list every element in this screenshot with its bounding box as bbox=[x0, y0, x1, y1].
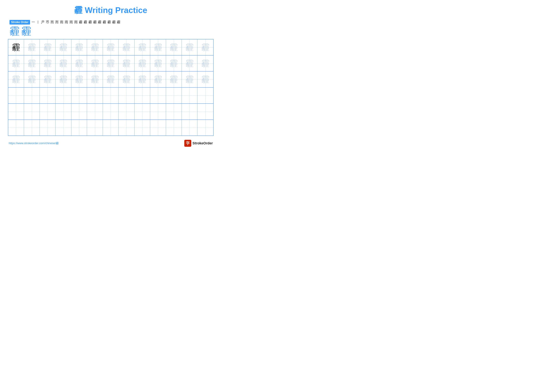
stroke-char: 霾 bbox=[107, 20, 111, 24]
grid-cell[interactable]: 霾 bbox=[182, 56, 197, 71]
grid-cell[interactable] bbox=[87, 120, 103, 136]
grid-cell[interactable] bbox=[119, 104, 134, 120]
practice-char: 霾 bbox=[185, 43, 194, 51]
grid-cell[interactable]: 霾 bbox=[40, 56, 56, 71]
grid-cell[interactable]: 霾 bbox=[150, 71, 166, 87]
grid-cell[interactable] bbox=[24, 104, 40, 120]
grid-cell[interactable]: 霾 bbox=[87, 71, 103, 87]
grid-cell[interactable]: 霾 bbox=[119, 39, 134, 55]
grid-cell[interactable] bbox=[182, 104, 197, 120]
grid-cell[interactable]: 霾 bbox=[182, 39, 197, 55]
grid-cell[interactable]: 霾 bbox=[103, 71, 119, 87]
grid-cell[interactable]: 霾 bbox=[166, 39, 182, 55]
grid-cell[interactable]: 霾 bbox=[119, 56, 134, 71]
grid-cell[interactable] bbox=[134, 120, 150, 136]
grid-cell[interactable] bbox=[197, 88, 213, 103]
grid-cell[interactable]: 霾 bbox=[56, 71, 71, 87]
grid-cell[interactable]: 霾 bbox=[182, 71, 197, 87]
stroke-order-badge: Stroke Order bbox=[9, 20, 30, 24]
grid-cell[interactable]: 霾 bbox=[119, 71, 134, 87]
practice-char: 霾 bbox=[59, 43, 67, 51]
practice-char: 霾 bbox=[106, 43, 115, 51]
grid-cell[interactable]: 霾 bbox=[197, 56, 213, 71]
grid-cell[interactable] bbox=[182, 88, 197, 103]
title-text: Writing Practice bbox=[85, 6, 147, 15]
grid-cell[interactable]: 霾 bbox=[197, 39, 213, 55]
grid-cell[interactable]: 霾 bbox=[24, 39, 40, 55]
stroke-char: 雨 bbox=[69, 20, 73, 24]
grid-cell[interactable]: 霾 bbox=[56, 56, 71, 71]
grid-cell[interactable]: 霾 bbox=[71, 71, 87, 87]
grid-cell[interactable]: 霾 bbox=[150, 56, 166, 71]
grid-row-2: 霾 霾 霾 霾 霾 霾 霾 霾 霾 霾 霾 霾 霾 bbox=[8, 56, 213, 72]
grid-cell[interactable] bbox=[71, 120, 87, 136]
practice-char: 霾 bbox=[75, 43, 83, 51]
grid-cell[interactable]: 霾 bbox=[134, 71, 150, 87]
grid-cell[interactable] bbox=[87, 104, 103, 120]
grid-cell[interactable] bbox=[40, 120, 56, 136]
grid-cell[interactable]: 霾 bbox=[150, 39, 166, 55]
stroke-chars: 一𠃋戸币而而雨雨雨雨霾霾霾霾霾霾霾霾霾 bbox=[31, 20, 121, 24]
grid-cell[interactable] bbox=[150, 120, 166, 136]
grid-cell[interactable]: 霾 bbox=[134, 56, 150, 71]
grid-cell[interactable] bbox=[150, 104, 166, 120]
grid-cell[interactable] bbox=[197, 104, 213, 120]
grid-cell[interactable] bbox=[103, 120, 119, 136]
grid-cell[interactable]: 霾 bbox=[166, 71, 182, 87]
grid-cell[interactable] bbox=[8, 104, 24, 120]
grid-cell[interactable] bbox=[134, 104, 150, 120]
grid-cell[interactable]: 霾 bbox=[71, 56, 87, 71]
grid-cell[interactable] bbox=[166, 104, 182, 120]
grid-cell[interactable] bbox=[87, 88, 103, 103]
grid-cell[interactable]: 霾 bbox=[8, 71, 24, 87]
practice-char: 霾 bbox=[91, 43, 99, 51]
grid-cell[interactable]: 霾 bbox=[134, 39, 150, 55]
grid-cell[interactable] bbox=[8, 88, 24, 103]
practice-char: 霾 bbox=[28, 43, 36, 51]
grid-cell[interactable]: 霾 bbox=[71, 39, 87, 55]
practice-char: 霾 bbox=[201, 75, 210, 84]
grid-cell[interactable] bbox=[119, 120, 134, 136]
footer-url[interactable]: https://www.strokeorder.com/chinese/霾 bbox=[9, 141, 59, 145]
grid-cell[interactable] bbox=[134, 88, 150, 103]
grid-cell[interactable] bbox=[24, 120, 40, 136]
stroke-char: 一 bbox=[31, 20, 36, 24]
grid-cell[interactable]: 霾 bbox=[40, 71, 56, 87]
grid-cell[interactable] bbox=[182, 120, 197, 136]
grid-cell[interactable]: 霾 bbox=[24, 71, 40, 87]
grid-cell[interactable] bbox=[103, 88, 119, 103]
practice-char: 霾 bbox=[91, 75, 99, 84]
practice-char: 霾 bbox=[154, 43, 162, 51]
grid-cell[interactable] bbox=[40, 104, 56, 120]
grid-cell[interactable] bbox=[166, 120, 182, 136]
grid-cell[interactable] bbox=[56, 104, 71, 120]
grid-cell[interactable]: 霾 bbox=[197, 71, 213, 87]
grid-cell[interactable] bbox=[40, 88, 56, 103]
grid-cell[interactable]: 霾 bbox=[8, 39, 24, 55]
grid-row-4 bbox=[8, 88, 213, 104]
footer-logo-text: StrokeOrder bbox=[193, 141, 213, 145]
grid-cell[interactable]: 霾 bbox=[166, 56, 182, 71]
grid-cell[interactable] bbox=[166, 88, 182, 103]
grid-cell[interactable] bbox=[71, 104, 87, 120]
stroke-char: 𠃋 bbox=[36, 20, 40, 24]
grid-cell[interactable]: 霾 bbox=[87, 39, 103, 55]
grid-cell[interactable] bbox=[150, 88, 166, 103]
grid-cell[interactable]: 霾 bbox=[8, 56, 24, 71]
grid-cell[interactable]: 霾 bbox=[103, 39, 119, 55]
grid-cell[interactable] bbox=[56, 88, 71, 103]
grid-cell[interactable] bbox=[71, 88, 87, 103]
stroke-char: 霾 bbox=[88, 20, 92, 24]
grid-cell[interactable]: 霾 bbox=[40, 39, 56, 55]
grid-cell[interactable] bbox=[24, 88, 40, 103]
grid-cell[interactable]: 霾 bbox=[103, 56, 119, 71]
grid-cell[interactable] bbox=[119, 88, 134, 103]
grid-cell[interactable]: 霾 bbox=[24, 56, 40, 71]
grid-cell[interactable] bbox=[103, 104, 119, 120]
grid-cell[interactable] bbox=[197, 120, 213, 136]
grid-cell[interactable] bbox=[8, 120, 24, 136]
grid-cell[interactable]: 霾 bbox=[87, 56, 103, 71]
grid-cell[interactable]: 霾 bbox=[56, 39, 71, 55]
grid-cell[interactable] bbox=[56, 120, 71, 136]
practice-char: 霾 bbox=[170, 43, 178, 51]
